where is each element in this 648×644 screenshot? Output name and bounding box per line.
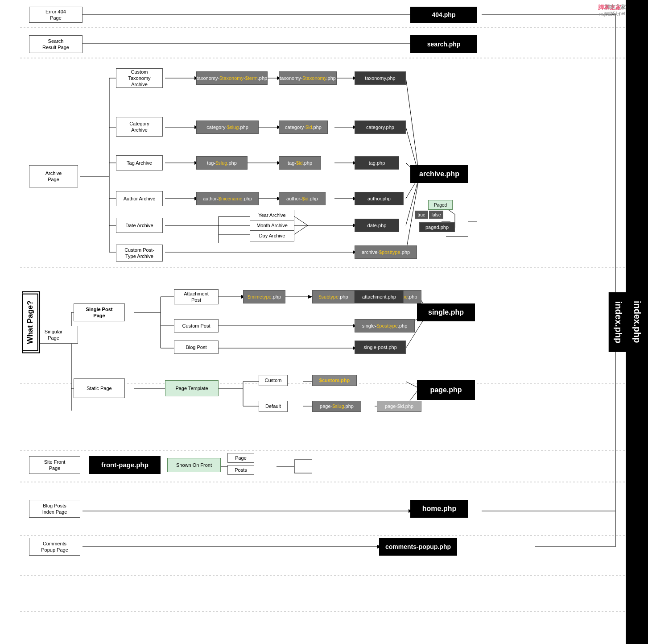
index-php-vertical-label: index.php bbox=[626, 0, 648, 644]
site-front-page-box: Site FrontPage bbox=[29, 456, 80, 474]
day-archive-box: Day Archive bbox=[250, 230, 294, 241]
single-posttype-file: single-$posttype.php bbox=[355, 319, 415, 332]
search-file: search.php bbox=[410, 35, 477, 53]
tag-slug-file: tag-$slug.php bbox=[196, 156, 248, 170]
page-slug-file: page-$slug.php bbox=[312, 401, 361, 412]
page-php: page.php bbox=[417, 380, 475, 400]
author-nicename-file: author-$nicename.php bbox=[196, 192, 259, 205]
svg-line-50 bbox=[294, 216, 308, 225]
paged-true: true bbox=[415, 211, 428, 219]
date-php: date.php bbox=[355, 219, 399, 232]
comments-popup-box: CommentsPopup Page bbox=[29, 538, 80, 556]
blog-post-box: Blog Post bbox=[174, 341, 219, 354]
mimetype-file: $mimetype.php bbox=[243, 290, 285, 303]
home-php: home.php bbox=[410, 500, 468, 518]
tag-archive-box: Tag Archive bbox=[116, 155, 163, 170]
paged-php: paged.php bbox=[419, 222, 455, 232]
custom-post-box: Custom Post bbox=[174, 319, 219, 332]
author-id-file: author-$id.php bbox=[279, 192, 326, 205]
category-php: category.php bbox=[355, 120, 406, 134]
tag-id-file: tag-$id.php bbox=[279, 156, 321, 170]
single-post-page-box: Single PostPage bbox=[74, 303, 125, 321]
attachment-post-box: AttachmentPost bbox=[174, 289, 219, 304]
posts-option-box: Posts bbox=[227, 465, 254, 475]
single-post-php: single-post.php bbox=[355, 341, 406, 354]
taxonomy-term-file: taxonomy-$taxonomy-$term.php bbox=[196, 71, 268, 85]
custom-php-file: $custom.php bbox=[312, 375, 357, 386]
category-slug-file: category-$slug.php bbox=[196, 120, 259, 134]
archive-posttype-file: archive-$posttype.php bbox=[355, 245, 417, 259]
error-404-file: 404.php bbox=[410, 7, 477, 23]
month-archive-box: Month Archive bbox=[250, 220, 294, 231]
category-archive-box: CategoryArchive bbox=[116, 117, 163, 137]
paged-false: false bbox=[429, 211, 443, 219]
subtype-file: $subtype.php bbox=[312, 290, 355, 303]
what-page-vertical-label: What Page? bbox=[22, 293, 38, 351]
taxonomy-file: taxonomy-$taxonomy.php bbox=[279, 71, 337, 85]
search-result-box: SearchResult Page bbox=[29, 35, 83, 53]
index-php-label: index.php bbox=[608, 292, 627, 352]
svg-line-52 bbox=[294, 225, 308, 234]
archive-page-box: ArchivePage bbox=[29, 165, 78, 187]
custom-taxonomy-box: CustomTaxonomyArchive bbox=[116, 68, 163, 88]
svg-line-62 bbox=[406, 78, 419, 176]
taxonomy-php: taxonomy.php bbox=[355, 71, 406, 85]
single-php: single.php bbox=[417, 303, 475, 321]
error-404-box: Error 404Page bbox=[29, 7, 83, 23]
custom-label-box: Custom bbox=[259, 375, 288, 386]
watermark-container: 脚本之家 m.jb51.net bbox=[598, 4, 621, 17]
paged-box: Paged bbox=[428, 200, 453, 210]
page-template-box: Page Template bbox=[165, 380, 219, 396]
archive-php: archive.php bbox=[410, 165, 468, 183]
author-archive-box: Author Archive bbox=[116, 191, 163, 206]
author-php: author.php bbox=[355, 192, 404, 205]
shown-on-front-box: Shown On Front bbox=[167, 458, 221, 472]
static-page-box: Static Page bbox=[74, 378, 125, 398]
default-label-box: Default bbox=[259, 401, 288, 412]
page-id-file: page-$id.php bbox=[377, 401, 421, 412]
attachment-php: attachment.php bbox=[355, 290, 404, 303]
date-archive-box: Date Archive bbox=[116, 218, 163, 233]
front-page-php: front-page.php bbox=[89, 456, 161, 474]
blog-posts-index-box: Blog PostsIndex Page bbox=[29, 500, 80, 518]
page-option-box: Page bbox=[227, 453, 254, 463]
connection-lines bbox=[0, 0, 648, 644]
tag-php: tag.php bbox=[355, 156, 399, 170]
year-archive-box: Year Archive bbox=[250, 210, 294, 221]
comments-popup-php: comments-popup.php bbox=[379, 538, 457, 556]
custom-post-type-archive-box: Custom Post-Type Archive bbox=[116, 245, 163, 262]
category-id-file: category-$id.php bbox=[279, 120, 328, 134]
